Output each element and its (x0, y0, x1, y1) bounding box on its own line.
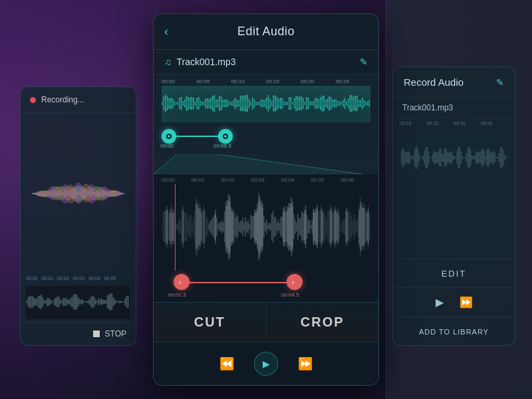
cut-handle-row: ‹ › (154, 272, 378, 292)
svg-point-1 (168, 135, 170, 138)
left-small-wave-canvas (26, 286, 129, 318)
zoom-lines (154, 154, 378, 174)
add-to-library-button[interactable]: ADD TO LIBRARY (393, 317, 515, 345)
right-track-name: Track001.mp3 (402, 103, 453, 112)
zoom-svg (154, 154, 378, 174)
playhead (175, 184, 176, 271)
stop-bar: STOP (21, 322, 136, 345)
handle-right[interactable] (218, 129, 233, 144)
right-ff-button[interactable]: ⏩ (460, 296, 473, 309)
left-timeline: 00:00 00:01 00:02 00:03 00:04 00:05 (21, 273, 136, 283)
handle-left[interactable] (162, 129, 176, 144)
track-name: Track001.mp3 (177, 57, 236, 67)
right-edit-button[interactable]: EDIT (393, 259, 515, 288)
handle-row: 00:00 00:06.3 (154, 125, 378, 150)
transport-bar: ⏪ ▶ ⏩ (154, 342, 378, 385)
detail-waveform (162, 184, 370, 271)
right-panel: Record Audio ✎ Track001.mp3 00:10 00:15 … (392, 66, 515, 346)
main-header: ‹ Edit Audio (154, 14, 378, 50)
right-wave-canvas (400, 131, 508, 184)
detail-section: 00:00 00:01 00:02 00:03 00:04 00:05 00:0… (154, 174, 378, 302)
right-transport: ▶ ⏩ (393, 288, 515, 317)
rewind-button[interactable]: ⏪ (219, 356, 234, 371)
cut-time-left: 00:01.3 (168, 292, 186, 298)
cut-handle-right[interactable]: › (287, 274, 303, 290)
stop-icon[interactable] (93, 331, 100, 337)
left-panel: Recording... 00:00 00:01 00:02 00:03 00:… (20, 86, 136, 346)
right-panel-edit-icon[interactable]: ✎ (496, 77, 504, 88)
cut-button[interactable]: CUT (154, 303, 267, 342)
cut-times-row: 00:01.3 00:04.5 (154, 292, 378, 301)
right-waveform-area (400, 131, 508, 256)
left-waveform-area (21, 113, 136, 273)
svg-marker-4 (154, 154, 362, 174)
handle-left-time: 00:00 (160, 143, 174, 149)
recording-header: Recording... (21, 87, 136, 113)
music-icon: ♫ (164, 57, 172, 67)
svg-text:›: › (292, 279, 294, 286)
detail-timeline: 00:00 00:01 00:02 00:03 00:04 00:05 00:0… (154, 174, 378, 183)
fast-forward-button[interactable]: ⏩ (298, 356, 313, 371)
track-info: ♫ Track001.mp3 (164, 57, 235, 67)
track-row: ♫ Track001.mp3 ✎ (154, 50, 378, 74)
recording-label: Recording... (41, 95, 84, 104)
cut-line (182, 282, 295, 283)
back-button[interactable]: ‹ (164, 25, 168, 39)
right-timeline: 00:10 00:15 00:20 00:25 (393, 118, 515, 128)
right-panel-header: Record Audio ✎ (393, 67, 515, 98)
right-panel-title: Record Audio (404, 76, 464, 88)
left-waveform-canvas (32, 164, 125, 223)
right-play-button[interactable]: ▶ (436, 296, 444, 309)
recording-indicator (30, 97, 36, 103)
overview-section: 00:00 00:05 00:10 00:15 00:20 00:25 (154, 74, 378, 154)
overview-timeline: 00:00 00:05 00:10 00:15 00:20 00:25 (154, 78, 378, 84)
selection-overlay (162, 86, 370, 122)
play-button[interactable]: ▶ (254, 352, 278, 376)
handle-connector (176, 136, 219, 137)
page-title: Edit Audio (237, 25, 295, 39)
cut-time-right: 00:04.5 (281, 292, 299, 298)
svg-text:‹: ‹ (179, 279, 181, 286)
detail-wave-canvas (162, 184, 370, 269)
overview-waveform (162, 86, 370, 122)
left-small-waveform (26, 286, 130, 319)
crop-button[interactable]: CROP (267, 303, 379, 342)
action-buttons: CUT CROP (154, 302, 378, 342)
handle-right-time: 00:06.3 (213, 143, 231, 149)
stop-label[interactable]: STOP (105, 329, 126, 338)
right-track-row: Track001.mp3 (393, 98, 515, 118)
svg-point-3 (224, 135, 227, 138)
track-edit-icon[interactable]: ✎ (360, 57, 368, 67)
main-panel: ‹ Edit Audio ♫ Track001.mp3 ✎ 00:00 00:0… (153, 13, 379, 386)
